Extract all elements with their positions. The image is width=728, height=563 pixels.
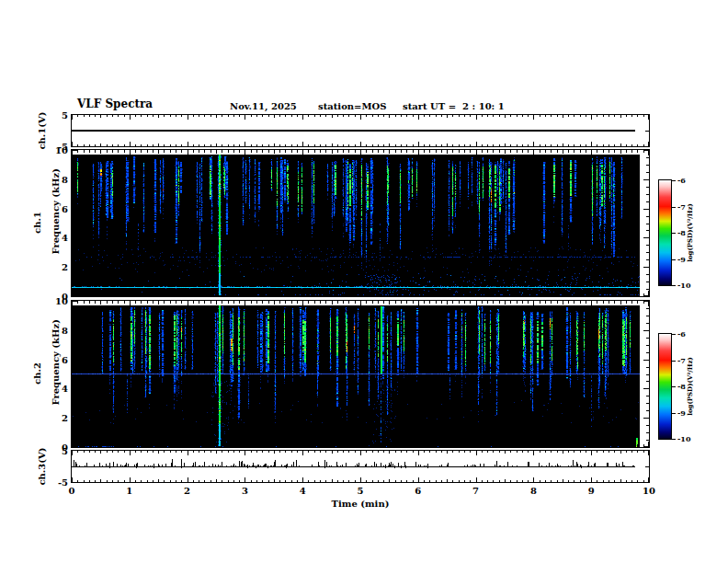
colorbar-ch1 (658, 179, 672, 286)
time-tick-label: 8 (530, 486, 537, 496)
freq-tick-label: 2 (62, 262, 68, 272)
ch3v-axis-title: ch.3(V) (38, 447, 47, 485)
colorbar-tick (672, 361, 676, 362)
colorbar-tick (672, 285, 676, 286)
colorbar-tick (672, 180, 676, 181)
freq-tick-label: 2 (62, 413, 68, 423)
colorbar-tick-label: -10 (677, 434, 690, 444)
ch3-voltage-panel (71, 450, 650, 483)
spec1-axis-title: ch.1 Frequency (kHz) (33, 168, 61, 277)
colorbar-tick-label: -6 (677, 329, 686, 339)
time-tick-label: 2 (184, 486, 190, 496)
colorbar-tick-label: -7 (677, 355, 686, 365)
colorbar-tick (672, 233, 676, 234)
time-tick-label: 1 (126, 486, 132, 496)
freq-tick-label: 8 (62, 325, 68, 335)
volt-tick-label: 5 (62, 446, 68, 456)
freq-tick-label: 6 (62, 354, 68, 364)
ch2-spectrogram (71, 300, 650, 448)
colorbar-tick-label: -7 (677, 201, 686, 212)
vlf-spectra-figure: VLF Spectra Nov.11, 2025 station=MOS sta… (0, 0, 728, 563)
ch1-voltage-panel (71, 114, 650, 147)
time-tick-label: 3 (242, 486, 248, 496)
header-station: station=MOS (318, 101, 386, 111)
time-tick-label: 0 (69, 486, 75, 496)
volt-tick-label: -5 (58, 142, 68, 152)
volt-tick-label: -5 (58, 477, 68, 488)
colorbar-tick-label: -8 (677, 382, 686, 392)
ch1v-axis-title: ch.1(V) (38, 111, 47, 149)
ch1-spectrogram (71, 149, 650, 297)
colorbar-tick (672, 334, 676, 335)
figure-title: VLF Spectra (77, 99, 153, 109)
colorbar-ch2-title: log(PSD)(V²/Hz) (686, 357, 695, 416)
time-tick-label: 7 (472, 486, 479, 496)
spec2-axis-title: ch.2 Frequency (kHz) (33, 319, 61, 428)
freq-tick-label: 6 (62, 203, 68, 213)
colorbar-tick-label: -10 (677, 281, 690, 291)
colorbar-tick (672, 386, 676, 387)
colorbar-tick-label: -9 (677, 408, 686, 418)
freq-tick-label: 4 (62, 233, 68, 243)
volt-tick-label: 5 (62, 110, 68, 121)
colorbar-tick-label: -9 (677, 254, 686, 264)
freq-tick-label: 10 (55, 296, 68, 306)
freq-tick-label: 8 (62, 174, 68, 184)
colorbar-tick (672, 259, 676, 260)
colorbar-tick-label: -8 (677, 228, 686, 238)
time-axis-title: Time (min) (332, 499, 390, 509)
time-tick-label: 4 (300, 486, 306, 496)
colorbar-tick (672, 207, 676, 208)
freq-tick-label: 4 (62, 384, 68, 394)
colorbar-tick (672, 413, 676, 414)
time-tick-label: 5 (358, 486, 364, 496)
colorbar-ch2 (658, 333, 672, 440)
time-tick-label: 9 (588, 486, 595, 496)
colorbar-tick-label: -6 (677, 176, 686, 186)
colorbar-ch1-title: log(PSD)(V²/Hz) (686, 203, 695, 262)
time-tick-label: 6 (415, 486, 421, 496)
colorbar-tick (672, 439, 676, 440)
header-start-ut: start UT = 2 : 10: 1 (403, 101, 505, 111)
header-date: Nov.11, 2025 (230, 101, 297, 111)
time-tick-label: 10 (643, 486, 655, 496)
